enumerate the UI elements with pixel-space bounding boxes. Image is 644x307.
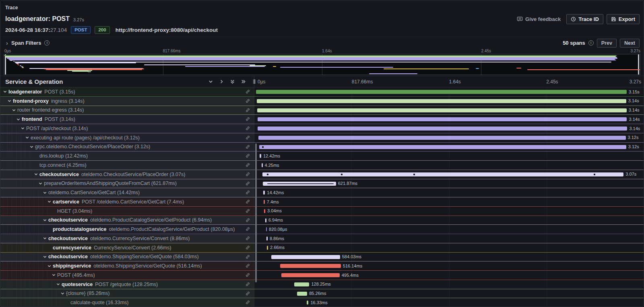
expand-chevron-icon[interactable] bbox=[12, 108, 17, 112]
span-bar[interactable] bbox=[267, 246, 268, 250]
span-name-cell[interactable]: cartservicePOST /oteldemo.CartService/Ge… bbox=[0, 197, 254, 206]
span-bar[interactable] bbox=[257, 108, 627, 112]
span-name-cell[interactable]: checkoutserviceoteldemo.CurrencyService/… bbox=[0, 234, 254, 243]
span-name-cell[interactable]: router frontend egress (3.14s) bbox=[0, 106, 254, 115]
span-link-icon[interactable] bbox=[245, 236, 250, 242]
span-link-icon[interactable] bbox=[245, 172, 250, 178]
expand-chevron-icon[interactable] bbox=[16, 117, 22, 122]
span-link-icon[interactable] bbox=[245, 199, 250, 205]
span-bar[interactable] bbox=[258, 127, 627, 131]
span-bar[interactable] bbox=[260, 154, 261, 158]
expand-chevron-icon[interactable] bbox=[25, 135, 31, 140]
next-span-button[interactable]: Next bbox=[620, 39, 640, 48]
double-chevron-right-icon[interactable] bbox=[241, 79, 246, 84]
expand-chevron-icon[interactable] bbox=[21, 126, 26, 131]
span-link-icon[interactable] bbox=[245, 190, 250, 196]
span-name-cell[interactable]: HGET (3.04ms) bbox=[0, 207, 254, 216]
span-bar[interactable] bbox=[259, 145, 626, 149]
span-link-icon[interactable] bbox=[245, 208, 250, 215]
span-bar[interactable] bbox=[264, 209, 265, 213]
expand-chevron-icon[interactable] bbox=[43, 218, 48, 222]
expand-chevron-icon[interactable] bbox=[47, 199, 53, 204]
span-link-icon[interactable] bbox=[245, 245, 250, 251]
span-bar[interactable] bbox=[258, 136, 625, 140]
span-bar[interactable] bbox=[297, 292, 307, 296]
expand-chevron-icon[interactable] bbox=[60, 291, 66, 296]
span-name-cell[interactable]: {closure} (85.26ms) bbox=[0, 289, 254, 298]
span-name-cell[interactable]: grpc.oteldemo.CheckoutService/PlaceOrder… bbox=[0, 143, 254, 151]
expand-chevron-icon[interactable] bbox=[52, 273, 57, 277]
info-icon[interactable]: i bbox=[44, 40, 50, 46]
span-name-cell[interactable]: shippingserviceoteldemo.ShippingService/… bbox=[0, 261, 254, 270]
column-resize-handle[interactable] bbox=[251, 79, 257, 84]
span-bar[interactable] bbox=[262, 172, 624, 176]
expand-chevron-icon[interactable] bbox=[43, 236, 48, 241]
minimap-right-handle[interactable] bbox=[638, 54, 639, 75]
span-bar[interactable] bbox=[266, 236, 268, 241]
expand-chevron-icon[interactable] bbox=[34, 172, 39, 176]
expand-chevron-icon[interactable] bbox=[47, 264, 53, 268]
span-bar[interactable] bbox=[263, 182, 336, 186]
span-name-cell[interactable]: loadgeneratorPOST (3.15s) bbox=[0, 87, 254, 96]
span-bar[interactable] bbox=[263, 191, 265, 195]
minimap-canvas[interactable] bbox=[4, 54, 640, 75]
span-link-icon[interactable] bbox=[245, 300, 250, 306]
give-feedback-link[interactable]: Give feedback bbox=[517, 16, 561, 22]
span-link-icon[interactable] bbox=[245, 291, 250, 297]
span-name-cell[interactable]: prepareOrderItemsAndShippingQuoteFromCar… bbox=[0, 179, 254, 188]
span-name-cell[interactable]: frontend-proxyingress (3.14s) bbox=[0, 97, 254, 106]
expand-chevron-icon[interactable] bbox=[38, 181, 44, 186]
span-bar[interactable] bbox=[258, 117, 627, 121]
span-bar[interactable] bbox=[257, 99, 626, 103]
span-bar[interactable] bbox=[307, 301, 309, 305]
span-bar[interactable] bbox=[280, 264, 341, 268]
span-link-icon[interactable] bbox=[245, 226, 250, 233]
span-name-cell[interactable]: oteldemo.CartService/GetCart (14.42ms) bbox=[0, 188, 254, 197]
span-link-icon[interactable] bbox=[245, 89, 250, 95]
span-link-icon[interactable] bbox=[245, 108, 250, 114]
span-bar[interactable] bbox=[266, 227, 267, 231]
span-count-info-icon[interactable]: i bbox=[588, 40, 594, 46]
span-bar[interactable] bbox=[262, 163, 263, 167]
span-name-cell[interactable]: checkoutserviceoteldemo.ProductCatalogSe… bbox=[0, 216, 254, 225]
double-chevron-down-icon[interactable] bbox=[230, 79, 235, 84]
span-link-icon[interactable] bbox=[245, 116, 250, 123]
span-link-icon[interactable] bbox=[245, 254, 250, 261]
span-name-cell[interactable]: dns.lookup (12.42ms) bbox=[0, 151, 254, 160]
span-link-icon[interactable] bbox=[245, 272, 250, 279]
span-link-icon[interactable] bbox=[245, 126, 250, 132]
span-name-cell[interactable]: checkoutserviceoteldemo.ShippingService/… bbox=[0, 253, 254, 261]
span-filters-toggle[interactable]: › Span Filters i bbox=[6, 40, 50, 46]
scrollbar-thumb[interactable] bbox=[255, 143, 257, 282]
expand-chevron-icon[interactable] bbox=[43, 191, 48, 195]
export-button[interactable]: Export bbox=[607, 14, 640, 24]
span-name-cell[interactable]: executing api route (pages) /api/checkou… bbox=[0, 133, 254, 142]
expand-chevron-icon[interactable] bbox=[29, 145, 35, 149]
span-link-icon[interactable] bbox=[245, 162, 250, 169]
span-link-icon[interactable] bbox=[245, 98, 250, 105]
expand-chevron-icon[interactable] bbox=[7, 99, 13, 103]
span-name-cell[interactable]: checkoutserviceoteldemo.CheckoutService/… bbox=[0, 170, 254, 179]
span-bar[interactable] bbox=[265, 218, 266, 222]
span-name-cell[interactable]: calculate-quote (16.33ms) bbox=[0, 298, 254, 307]
minimap-left-handle[interactable] bbox=[5, 54, 6, 75]
span-bar[interactable] bbox=[264, 200, 265, 204]
span-name-cell[interactable]: POST /api/checkout (3.14s) bbox=[0, 124, 254, 133]
span-link-icon[interactable] bbox=[245, 153, 250, 160]
prev-span-button[interactable]: Prev bbox=[597, 39, 617, 48]
span-bar[interactable] bbox=[281, 273, 340, 277]
span-link-icon[interactable] bbox=[245, 181, 250, 187]
span-link-icon[interactable] bbox=[245, 282, 250, 288]
span-bar[interactable] bbox=[256, 90, 627, 94]
span-name-cell[interactable]: frontendPOST (3.14s) bbox=[0, 115, 254, 124]
span-link-icon[interactable] bbox=[245, 135, 250, 141]
span-name-cell[interactable]: quoteservicePOST /getquote (128.25ms) bbox=[0, 280, 254, 289]
span-name-cell[interactable]: POST (495.4ms) bbox=[0, 271, 254, 280]
span-bar[interactable] bbox=[271, 255, 340, 259]
span-name-cell[interactable]: tcp.connect (4.25ms) bbox=[0, 161, 254, 170]
trace-id-button[interactable]: Trace ID bbox=[566, 14, 603, 24]
span-bar[interactable] bbox=[294, 282, 309, 286]
chevron-down-icon[interactable] bbox=[208, 79, 213, 84]
span-link-icon[interactable] bbox=[245, 263, 250, 270]
span-name-cell[interactable]: productcatalogserviceoteldemo.ProductCat… bbox=[0, 225, 254, 234]
